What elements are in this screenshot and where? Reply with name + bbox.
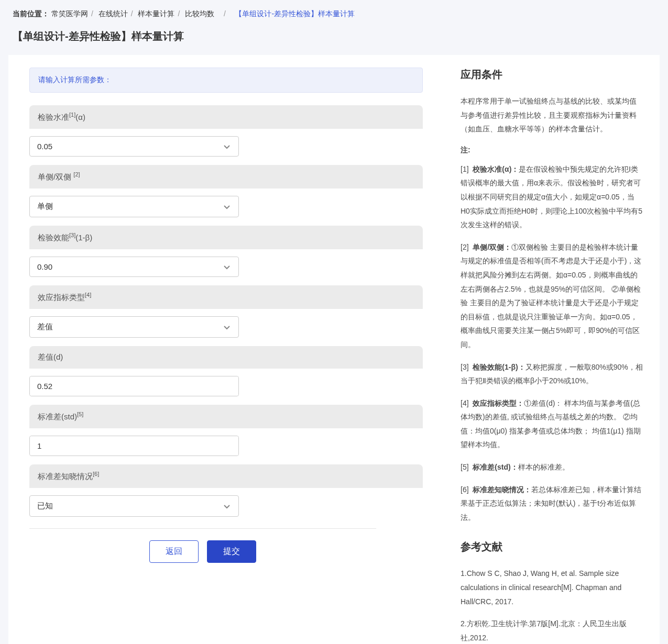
breadcrumb-sep: /: [220, 9, 229, 18]
label-side: 单侧/双侧 [2]: [29, 165, 423, 188]
references-title: 参考文献: [461, 540, 643, 554]
label-alpha: 检验水准[1](α): [29, 105, 423, 129]
breadcrumb-sep: /: [178, 9, 180, 18]
select-std-known-value: 已知: [30, 496, 238, 516]
submit-button[interactable]: 提交: [207, 540, 256, 563]
breadcrumb-link[interactable]: 在线统计: [98, 9, 128, 18]
select-power[interactable]: 0.90: [29, 257, 239, 277]
select-std-known[interactable]: 已知: [29, 495, 239, 517]
conditions-text: 本程序常用于单一试验组终点与基线的比较、或某均值与参考值进行差异性比较，且主要观…: [461, 94, 643, 136]
notes-label: 注:: [461, 146, 643, 155]
breadcrumb: 当前位置： 常笑医学网/ 在线统计/ 样本量计算/ 比较均数 / 【单组设计-差…: [0, 0, 668, 21]
select-alpha-value: 0.05: [30, 137, 238, 156]
select-side[interactable]: 单侧: [29, 196, 239, 217]
breadcrumb-link[interactable]: 比较均数: [185, 9, 214, 18]
breadcrumb-link[interactable]: 样本量计算: [138, 9, 174, 18]
breadcrumb-link[interactable]: 常笑医学网: [51, 9, 88, 18]
back-button[interactable]: 返回: [149, 540, 199, 563]
input-diff[interactable]: [30, 376, 238, 396]
note-item: [6] 标准差知晓情况：若总体标准差已知，样本量计算结果基于正态近似算法；未知时…: [461, 483, 643, 525]
reference-item: 2.方积乾.卫生统计学.第7版[M].北京：人民卫生出版社,2012.: [461, 617, 643, 644]
select-alpha[interactable]: 0.05: [29, 136, 239, 157]
reference-item: 1.Chow S C, Shao J, Wang H, et al. Sampl…: [461, 567, 643, 608]
page-title: 【单组设计-差异性检验】样本量计算: [0, 21, 668, 55]
note-item: [4] 效应指标类型：①差值(d)： 样本均值与某参考值(总体均数)的差值, 或…: [461, 396, 643, 452]
breadcrumb-sep: /: [91, 9, 93, 18]
alert-input-params: 请输入计算所需参数：: [29, 68, 423, 93]
note-item: [3] 检验效能(1-β)：又称把握度，一般取80%或90%，相当于犯Ⅱ类错误的…: [461, 360, 643, 388]
sidebar-column: 应用条件 本程序常用于单一试验组终点与基线的比较、或某均值与参考值进行差异性比较…: [461, 55, 660, 644]
breadcrumb-prefix: 当前位置：: [13, 9, 49, 18]
label-std: 标准差(std)[5]: [29, 405, 423, 428]
input-std[interactable]: [30, 436, 238, 456]
label-effect-type: 效应指标类型[4]: [29, 285, 423, 309]
label-std-known: 标准差知晓情况[6]: [29, 464, 423, 488]
note-item: [5] 标准差(std)：样本的标准差。: [461, 460, 643, 474]
select-power-value: 0.90: [30, 257, 238, 276]
conditions-title: 应用条件: [461, 68, 643, 82]
form-column: 请输入计算所需参数： 检验水准[1](α) 0.05 单侧/双侧 [2] 单侧 …: [8, 55, 444, 644]
note-item: [2] 单侧/双侧：①双侧检验 主要目的是检验样本统计量与规定的标准值是否相等(…: [461, 240, 643, 352]
breadcrumb-sep: /: [131, 9, 133, 18]
select-side-value: 单侧: [30, 196, 238, 217]
label-diff: 差值(d): [29, 346, 423, 369]
select-effect-type-value: 差值: [30, 317, 238, 337]
breadcrumb-active: 【单组设计-差异性检验】样本量计算: [235, 9, 355, 18]
label-power: 检验效能[3](1-β): [29, 226, 423, 249]
note-item: [1] 校验水准(α)：是在假设检验中预先规定的允许犯Ⅰ类错误概率的最大值，用α…: [461, 162, 643, 232]
select-effect-type[interactable]: 差值: [29, 316, 239, 338]
divider: [29, 528, 376, 529]
